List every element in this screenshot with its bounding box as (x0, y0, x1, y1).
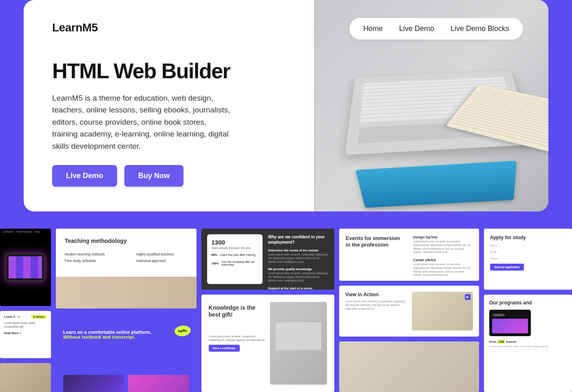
hero-buttons: Live Demo Buy Now (52, 165, 286, 187)
stats-pct1: 88% (212, 253, 217, 256)
programs-heading: Our programs and (489, 300, 567, 306)
preview-bottom-image (339, 341, 479, 392)
teach-item: Individual approach (136, 259, 187, 263)
events-sub2: Career advice (413, 258, 472, 262)
live-demo-button[interactable]: Live Demo (52, 165, 117, 187)
preview-events: Events for immersion in the profession D… (339, 229, 479, 281)
preview-knowledge: Knowledge is the best gift! Lorem ipsum … (201, 295, 334, 392)
preview-programs: Our programs and Standard from 15$ lesso… (484, 295, 572, 392)
apply-name-field[interactable]: Name (490, 244, 566, 247)
preview-gallery: Contacts Testimonials Help Level 3 ◔ 8 w… (0, 229, 572, 392)
level-label: Level 3 (4, 315, 15, 319)
preview-monitor: Contacts Testimonials Help (0, 229, 51, 306)
learn-images (63, 375, 189, 392)
gallery-col-1: Teaching methodology Modern teaching met… (56, 229, 197, 392)
hero-description: LearnM5 is a theme for education, web de… (52, 92, 232, 152)
clock-icon: ◔ (17, 315, 20, 319)
preview-apply: Apply for study Name Email Phone Send an… (484, 229, 572, 290)
stats-pct2-text: Join the company after an internship (221, 260, 258, 266)
nav-live-demo[interactable]: Live Demo (399, 24, 434, 33)
knowledge-image (270, 302, 327, 385)
learn-line2: Without textbook and transcript. (63, 335, 189, 339)
stats-h1: Determine the needs of the market (268, 249, 329, 252)
gallery-col-3: Events for immersion in the profession D… (339, 229, 479, 392)
knowledge-heading: Knowledge is the best gift! (209, 304, 266, 318)
program-image (492, 319, 528, 333)
apply-heading: Apply for study (490, 235, 566, 240)
tab-testimonials: Testimonials (16, 230, 32, 233)
learn-line1: Learn on a comfortable online platform. (63, 330, 189, 335)
play-icon[interactable]: ▶ (465, 294, 470, 300)
apply-phone-field[interactable]: Phone (490, 257, 566, 260)
level-text: Lorem ipsum dolor amet, consectetur elit… (4, 321, 47, 329)
teaching-heading: Teaching methodology (65, 238, 188, 244)
knowledge-text: Lorem ipsum dolor sit amet, consectetur … (209, 335, 266, 342)
laptop-icon (276, 322, 321, 350)
nav-home[interactable]: Home (363, 24, 383, 33)
stats-number: 1300 (212, 239, 258, 246)
stats-h3: Support at the start of a career (268, 286, 329, 290)
give-certificate-button[interactable]: Give a certificate (209, 345, 240, 352)
logo: LearnM5 (52, 21, 286, 34)
nav-live-demo-blocks[interactable]: Live Demo Blocks (451, 24, 509, 33)
stats-h2: We provide quality knowledge (268, 267, 329, 271)
stats-card: 1300 Users already employed this year 88… (207, 234, 263, 284)
tab-contacts: Contacts (2, 230, 14, 233)
stats-right: Why are we confident in your employment?… (268, 234, 329, 284)
stats-question: Why are we confident in your employment? (268, 234, 329, 245)
preview-teaching: Teaching methodology Modern teaching met… (56, 229, 197, 308)
gallery-col-0: Contacts Testimonials Help Level 3 ◔ 8 w… (0, 229, 51, 392)
preview-learn-platform: hello Learn on a comfortable online plat… (56, 313, 197, 392)
read-more-link[interactable]: Read More > (4, 332, 47, 335)
level-badge: 8 weeks (31, 315, 47, 319)
program-tag: Standard (492, 313, 505, 317)
apply-email-field[interactable]: Email (490, 251, 566, 253)
hero-title: HTML Web Builder (52, 59, 286, 83)
events-heading: Events for immersion in the profession (346, 235, 405, 248)
stats-pct1-text: Learn find jobs after training (220, 253, 256, 256)
tab-help: Help (34, 230, 40, 233)
stats-d1: Lorem ipsum dolor sit amet, consectetur … (268, 253, 329, 264)
gallery-col-2: 1300 Users already employed this year 88… (201, 229, 334, 392)
teach-item: Modern teaching methods (65, 252, 116, 256)
buy-now-button[interactable]: Buy Now (124, 165, 183, 187)
events-p2: Lorem ipsum dolor sit amet, consectetur … (413, 263, 472, 277)
preview-small-image (0, 363, 51, 392)
hero-content: LearnM5 HTML Web Builder LearnM5 is a th… (24, 0, 314, 211)
send-application-button[interactable]: Send an application (490, 264, 524, 271)
program-text: Lorem ipsum dolor sit amet, consectetur … (489, 345, 567, 348)
view-text: Lorem ipsum dolor sit amet, consectetur … (345, 300, 406, 311)
preview-view-action: View in Action Lorem ipsum dolor sit ame… (339, 286, 479, 337)
view-image: ▶ (412, 292, 473, 330)
events-sub1: Design Sprints (413, 235, 472, 239)
program-card: Standard (489, 310, 531, 336)
monitor-icon (6, 253, 45, 281)
teach-item: Free study schedule (65, 259, 116, 263)
stats-sub: Users already employed this year (212, 247, 258, 249)
preview-level-card: Level 3 ◔ 8 weeks Lorem ipsum dolor amet… (0, 311, 51, 359)
teach-item: Highly qualified teachers (136, 252, 187, 256)
laptop-screen-illustration (356, 161, 517, 208)
gallery-col-4: Apply for study Name Email Phone Send an… (484, 229, 572, 392)
events-p1: Lorem ipsum dolor sit amet, consectetur … (413, 240, 472, 254)
view-heading: View in Action (345, 292, 406, 297)
top-nav: Home Live Demo Live Demo Blocks (349, 18, 523, 40)
monitor-tabs: Contacts Testimonials Help (2, 230, 40, 233)
program-price: from 15$ lesson (489, 340, 567, 344)
teaching-images (56, 277, 197, 308)
stats-pct2: 100% (212, 262, 219, 265)
preview-stats: 1300 Users already employed this year 88… (201, 229, 334, 290)
stats-d2: Lorem ipsum dolor sit amet, consectetur … (268, 272, 329, 282)
